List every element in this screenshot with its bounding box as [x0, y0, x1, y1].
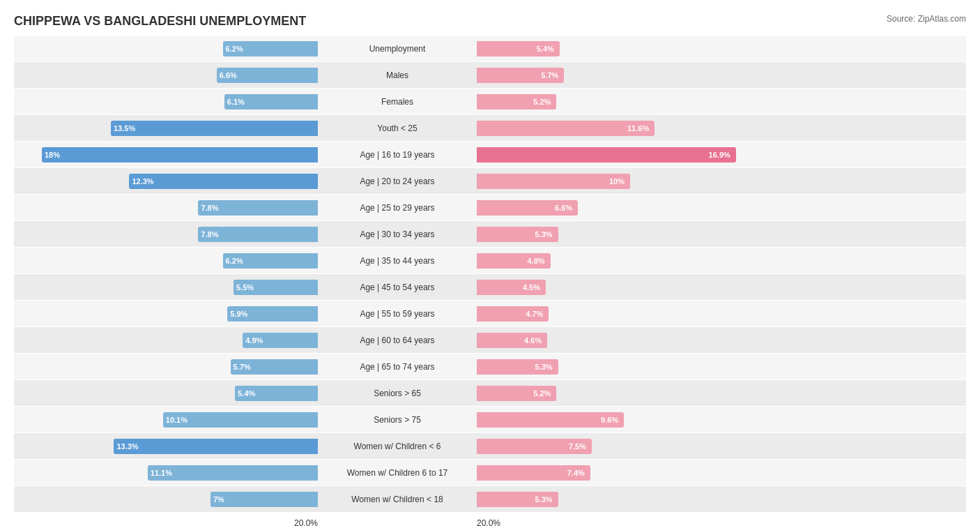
left-bar: 7% [210, 492, 318, 507]
row-label: Age | 65 to 74 years [321, 362, 474, 372]
right-bar-container: 5.2% [474, 94, 781, 110]
axis-row: 20.0% 20.0% [14, 515, 966, 528]
chart-source: Source: ZipAtlas.com [887, 14, 966, 24]
chart-container: CHIPPEWA VS BANGLADESHI UNEMPLOYMENT Sou… [14, 14, 966, 528]
left-bar-container: 7.8% [14, 200, 321, 216]
left-bar-container: 5.5% [14, 280, 321, 295]
row-label: Youth < 25 [321, 123, 474, 133]
left-bar: 7.8% [198, 227, 318, 242]
right-value-inside: 5.2% [533, 98, 553, 106]
right-value-inside: 7.4% [567, 469, 588, 477]
chart-row: 6.6%Males5.7% [14, 62, 966, 88]
right-value-inside: 4.7% [526, 310, 546, 318]
chart-rows: 6.2%Unemployment5.4%6.6%Males5.7%6.1%Fem… [14, 36, 966, 512]
right-bar-container: 16.9% [474, 147, 781, 163]
chart-row: 6.2%Unemployment5.4% [14, 36, 966, 61]
right-value-inside: 5.4% [537, 45, 557, 53]
left-bar: 5.5% [233, 280, 318, 295]
right-bar-container: 5.2% [474, 386, 781, 401]
right-bar-container: 4.5% [474, 280, 781, 295]
left-value-inside: 6.1% [224, 98, 245, 106]
left-bar-container: 7% [14, 492, 321, 507]
row-label: Age | 25 to 29 years [321, 203, 474, 213]
left-value-inside: 7.8% [198, 204, 218, 212]
right-bar-container: 7.4% [474, 465, 781, 481]
right-bar: 5.2% [477, 386, 556, 401]
row-label: Seniors > 75 [321, 415, 474, 425]
left-bar-container: 5.9% [14, 306, 321, 322]
right-bar-container: 5.3% [474, 359, 781, 375]
right-bar-container: 5.4% [474, 41, 781, 56]
row-label: Age | 30 to 34 years [321, 229, 474, 239]
chart-row: 5.9%Age | 55 to 59 years4.7% [14, 301, 966, 326]
right-bar: 9.6% [477, 412, 624, 428]
left-bar: 6.2% [223, 41, 318, 56]
row-label: Age | 45 to 54 years [321, 282, 474, 292]
right-bar: 5.7% [477, 68, 564, 83]
row-label: Women w/ Children < 18 [321, 495, 474, 504]
right-bar-container: 11.6% [474, 121, 781, 136]
right-bar: 4.5% [477, 280, 546, 295]
left-bar-container: 18% [14, 147, 321, 163]
row-label: Women w/ Children < 6 [321, 442, 474, 451]
chart-row: 6.2%Age | 35 to 44 years4.8% [14, 248, 966, 273]
left-bar: 4.9% [243, 333, 318, 348]
left-value-inside: 5.5% [233, 283, 254, 292]
left-value-inside: 6.2% [223, 257, 243, 265]
right-value-inside: 4.8% [528, 257, 548, 265]
chart-row: 18%Age | 16 to 19 years16.9% [14, 142, 966, 167]
left-value-inside: 7.8% [198, 230, 218, 239]
left-bar: 13.3% [114, 439, 318, 454]
left-bar-container: 11.1% [14, 465, 321, 481]
chart-row: 5.5%Age | 45 to 54 years4.5% [14, 274, 966, 300]
left-value-inside: 10.1% [163, 416, 187, 424]
left-value-inside: 13.5% [111, 124, 135, 133]
chart-row: 5.4%Seniors > 655.2% [14, 380, 966, 406]
row-label: Females [321, 97, 474, 107]
chart-row: 10.1%Seniors > 759.6% [14, 407, 966, 432]
left-bar: 6.1% [224, 94, 318, 110]
left-bar-container: 6.2% [14, 253, 321, 269]
right-value-inside: 4.5% [523, 283, 543, 292]
chart-title: CHIPPEWA VS BANGLADESHI UNEMPLOYMENT [14, 14, 306, 29]
left-value-inside: 5.4% [235, 389, 255, 398]
right-bar-container: 7.5% [474, 439, 781, 454]
right-value-inside: 5.2% [533, 389, 553, 398]
right-bar: 16.9% [477, 147, 736, 163]
axis-left-label: 20.0% [14, 518, 321, 528]
left-bar: 18% [42, 147, 318, 163]
row-label: Age | 20 to 24 years [321, 176, 474, 186]
right-bar-container: 5.3% [474, 492, 781, 507]
right-value-inside: 5.7% [541, 71, 561, 80]
chart-row: 7.8%Age | 25 to 29 years6.6% [14, 195, 966, 220]
right-value-inside: 7.5% [569, 442, 589, 451]
left-bar-container: 5.7% [14, 359, 321, 375]
chart-row: 11.1%Women w/ Children 6 to 177.4% [14, 460, 966, 485]
left-bar-container: 13.5% [14, 121, 321, 136]
row-label: Males [321, 70, 474, 80]
left-value-inside: 4.9% [243, 336, 263, 345]
left-bar: 10.1% [163, 412, 318, 428]
right-value-inside: 9.6% [601, 416, 621, 424]
right-bar: 7.5% [477, 439, 592, 454]
right-bar-container: 5.7% [474, 68, 781, 83]
left-bar: 5.7% [231, 359, 318, 375]
chart-row: 7%Women w/ Children < 185.3% [14, 486, 966, 512]
left-value-inside: 5.7% [231, 363, 251, 371]
right-bar: 5.3% [477, 227, 558, 242]
left-bar-container: 6.1% [14, 94, 321, 110]
right-bar: 7.4% [477, 465, 590, 481]
left-bar-container: 10.1% [14, 412, 321, 428]
left-bar-container: 13.3% [14, 439, 321, 454]
right-bar: 6.6% [477, 200, 578, 216]
row-label: Women w/ Children 6 to 17 [321, 468, 474, 478]
left-value-inside: 11.1% [148, 469, 172, 477]
right-bar: 4.7% [477, 306, 549, 322]
right-value-inside: 6.6% [555, 204, 575, 212]
right-bar-container: 10% [474, 174, 781, 189]
left-bar: 7.8% [198, 200, 318, 216]
right-bar: 11.6% [477, 121, 654, 136]
left-bar: 5.9% [227, 306, 318, 322]
right-bar: 5.3% [477, 492, 558, 507]
left-value-inside: 18% [42, 151, 60, 159]
